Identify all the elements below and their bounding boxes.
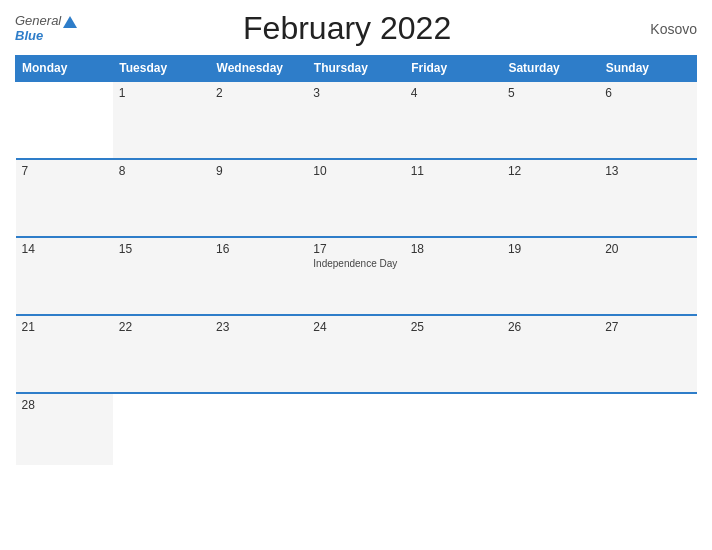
day-number: 22 <box>119 320 204 334</box>
day-number: 26 <box>508 320 593 334</box>
calendar-week-row: 21222324252627 <box>16 315 697 393</box>
calendar-body: 1234567891011121314151617Independence Da… <box>16 81 697 465</box>
day-number: 9 <box>216 164 301 178</box>
calendar-day-cell: 20 <box>599 237 696 315</box>
calendar-day-cell: 28 <box>16 393 113 465</box>
logo-general-text: General <box>15 14 77 28</box>
day-number: 5 <box>508 86 593 100</box>
calendar-day-cell: 12 <box>502 159 599 237</box>
calendar-day-cell <box>599 393 696 465</box>
calendar-header: General Blue February 2022 Kosovo <box>15 10 697 47</box>
calendar-day-cell: 11 <box>405 159 502 237</box>
calendar-day-cell: 13 <box>599 159 696 237</box>
calendar-day-cell <box>210 393 307 465</box>
calendar-day-cell: 1 <box>113 81 210 159</box>
calendar-day-cell: 5 <box>502 81 599 159</box>
day-number: 8 <box>119 164 204 178</box>
weekday-header: Sunday <box>599 56 696 82</box>
calendar-container: General Blue February 2022 Kosovo Monday… <box>0 0 712 550</box>
weekday-header: Thursday <box>307 56 404 82</box>
calendar-day-cell <box>307 393 404 465</box>
day-number: 7 <box>22 164 107 178</box>
calendar-day-cell: 4 <box>405 81 502 159</box>
weekday-header: Saturday <box>502 56 599 82</box>
calendar-week-row: 78910111213 <box>16 159 697 237</box>
calendar-day-cell: 19 <box>502 237 599 315</box>
calendar-day-cell: 3 <box>307 81 404 159</box>
calendar-week-row: 14151617Independence Day181920 <box>16 237 697 315</box>
day-number: 24 <box>313 320 398 334</box>
calendar-grid: MondayTuesdayWednesdayThursdayFridaySatu… <box>15 55 697 465</box>
logo-blue-text: Blue <box>15 29 43 43</box>
calendar-day-cell: 6 <box>599 81 696 159</box>
logo-triangle-icon <box>63 16 77 28</box>
day-number: 17 <box>313 242 398 256</box>
day-number: 14 <box>22 242 107 256</box>
event-label: Independence Day <box>313 258 398 270</box>
calendar-day-cell <box>16 81 113 159</box>
day-number: 27 <box>605 320 690 334</box>
calendar-day-cell: 18 <box>405 237 502 315</box>
calendar-day-cell: 10 <box>307 159 404 237</box>
weekday-header: Tuesday <box>113 56 210 82</box>
calendar-day-cell: 17Independence Day <box>307 237 404 315</box>
weekday-header: Monday <box>16 56 113 82</box>
day-number: 13 <box>605 164 690 178</box>
calendar-week-row: 28 <box>16 393 697 465</box>
calendar-header-row: MondayTuesdayWednesdayThursdayFridaySatu… <box>16 56 697 82</box>
country-label: Kosovo <box>617 21 697 37</box>
day-number: 10 <box>313 164 398 178</box>
calendar-day-cell <box>405 393 502 465</box>
calendar-day-cell: 26 <box>502 315 599 393</box>
day-number: 19 <box>508 242 593 256</box>
calendar-day-cell <box>113 393 210 465</box>
day-number: 21 <box>22 320 107 334</box>
day-number: 25 <box>411 320 496 334</box>
calendar-week-row: 123456 <box>16 81 697 159</box>
calendar-day-cell: 23 <box>210 315 307 393</box>
calendar-day-cell: 16 <box>210 237 307 315</box>
day-number: 6 <box>605 86 690 100</box>
calendar-title: February 2022 <box>77 10 617 47</box>
day-number: 4 <box>411 86 496 100</box>
day-number: 12 <box>508 164 593 178</box>
calendar-day-cell: 27 <box>599 315 696 393</box>
calendar-day-cell: 21 <box>16 315 113 393</box>
day-number: 23 <box>216 320 301 334</box>
calendar-day-cell: 2 <box>210 81 307 159</box>
day-number: 20 <box>605 242 690 256</box>
calendar-day-cell: 14 <box>16 237 113 315</box>
weekday-header: Friday <box>405 56 502 82</box>
calendar-day-cell: 22 <box>113 315 210 393</box>
day-number: 18 <box>411 242 496 256</box>
weekday-header: Wednesday <box>210 56 307 82</box>
calendar-day-cell <box>502 393 599 465</box>
calendar-day-cell: 9 <box>210 159 307 237</box>
day-number: 2 <box>216 86 301 100</box>
calendar-day-cell: 8 <box>113 159 210 237</box>
calendar-day-cell: 7 <box>16 159 113 237</box>
day-number: 15 <box>119 242 204 256</box>
day-number: 11 <box>411 164 496 178</box>
calendar-day-cell: 25 <box>405 315 502 393</box>
day-number: 28 <box>22 398 107 412</box>
day-number: 3 <box>313 86 398 100</box>
calendar-day-cell: 15 <box>113 237 210 315</box>
logo: General Blue <box>15 14 77 43</box>
day-number: 1 <box>119 86 204 100</box>
calendar-day-cell: 24 <box>307 315 404 393</box>
day-number: 16 <box>216 242 301 256</box>
